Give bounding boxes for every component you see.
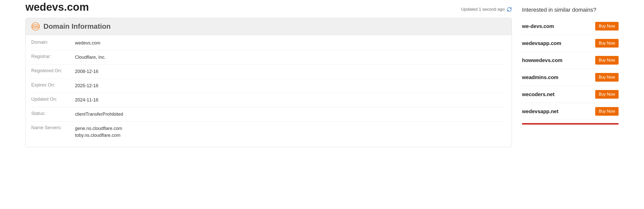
info-row: Status:clientTransferProhibited [31, 107, 506, 122]
info-row-value: Cloudflare, Inc. [75, 54, 106, 61]
info-row-label: Expires On: [31, 82, 75, 89]
similar-domain-name: wedevsapp.com [522, 40, 561, 46]
info-row-value: clientTransferProhibited [75, 111, 123, 118]
similar-domain-item: howwedevs.comBuy Now [522, 52, 619, 69]
similar-domain-name: wedevsapp.net [522, 109, 558, 114]
buy-now-button[interactable]: Buy Now [595, 73, 619, 82]
info-row-label: Domain: [31, 40, 75, 47]
similar-domain-name: howwedevs.com [522, 57, 562, 63]
buy-now-button[interactable]: Buy Now [595, 56, 619, 65]
info-row-value: gene.ns.cloudflare.comtoby.ns.cloudflare… [75, 125, 122, 139]
info-row-value: 2008-12-16 [75, 68, 98, 75]
similar-domain-name: weadmins.com [522, 74, 558, 80]
buy-now-button[interactable]: Buy Now [595, 90, 619, 99]
info-row-value: 2025-12-16 [75, 82, 98, 89]
similar-domain-item: we-devs.comBuy Now [522, 18, 619, 35]
promo-bar [522, 123, 619, 125]
similar-domain-item: weadmins.comBuy Now [522, 69, 619, 86]
info-row-label: Updated On: [31, 97, 75, 103]
info-row-label: Registrar: [31, 54, 75, 61]
info-row: Expires On:2025-12-16 [31, 79, 506, 93]
card-header: WWW Domain Information [26, 18, 512, 35]
similar-domain-name: wecoders.net [522, 92, 555, 97]
domain-info-card: WWW Domain Information Domain:wedevs.com… [25, 18, 512, 147]
page-title: wedevs.com [25, 1, 89, 13]
info-row-value: wedevs.com [75, 40, 100, 47]
info-row: Name Servers:gene.ns.cloudflare.comtoby.… [31, 122, 506, 142]
info-row-value: 2024-11-16 [75, 97, 98, 103]
info-row-label: Registered On: [31, 68, 75, 75]
svg-text:WWW: WWW [33, 25, 38, 28]
info-row: Updated On:2024-11-16 [31, 93, 506, 107]
info-row: Registered On:2008-12-16 [31, 65, 506, 79]
sidebar-title: Interested in similar domains? [522, 7, 619, 13]
similar-domain-name: we-devs.com [522, 23, 554, 29]
updated-status: Updated 1 second ago [461, 7, 512, 12]
info-row: Registrar:Cloudflare, Inc. [31, 50, 506, 65]
info-row-label: Name Servers: [31, 125, 75, 139]
similar-domain-item: wedevsapp.netBuy Now [522, 103, 619, 120]
buy-now-button[interactable]: Buy Now [595, 107, 619, 116]
similar-domain-item: wecoders.netBuy Now [522, 86, 619, 103]
similar-domains-sidebar: Interested in similar domains? we-devs.c… [522, 0, 619, 147]
refresh-icon[interactable] [507, 7, 512, 12]
info-row-label: Status: [31, 111, 75, 118]
www-icon: WWW [31, 22, 40, 31]
card-header-title: Domain Information [43, 22, 111, 31]
updated-text: Updated 1 second ago [461, 7, 505, 12]
buy-now-button[interactable]: Buy Now [595, 39, 619, 48]
buy-now-button[interactable]: Buy Now [595, 22, 619, 31]
info-row: Domain:wedevs.com [31, 36, 506, 50]
similar-domain-item: wedevsapp.comBuy Now [522, 35, 619, 52]
info-rows: Domain:wedevs.comRegistrar:Cloudflare, I… [26, 35, 512, 147]
